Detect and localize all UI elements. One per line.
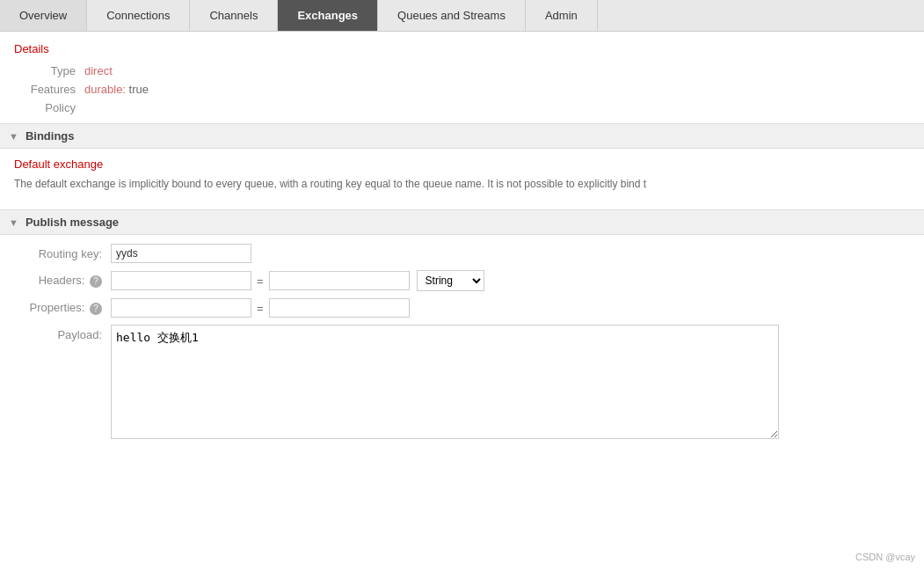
headers-val-input[interactable] bbox=[269, 271, 410, 290]
properties-row: Properties: ? = bbox=[14, 298, 910, 318]
main-content: Details Type direct Features durable: tr… bbox=[0, 32, 924, 465]
headers-label: Headers: ? bbox=[14, 274, 111, 288]
tab-overview[interactable]: Overview bbox=[0, 0, 87, 31]
bindings-section-header[interactable]: ▼ Bindings bbox=[0, 123, 924, 149]
payload-textarea[interactable]: hello 交换机1 bbox=[111, 325, 779, 439]
publish-arrow-icon: ▼ bbox=[9, 217, 18, 228]
routing-key-label: Routing key: bbox=[14, 247, 111, 260]
publish-body: Routing key: Headers: ? = String Number … bbox=[14, 235, 910, 455]
properties-key-input[interactable] bbox=[111, 298, 251, 318]
headers-row: Headers: ? = String Number Boolean bbox=[14, 270, 910, 291]
tab-admin[interactable]: Admin bbox=[526, 0, 598, 31]
features-label: Features bbox=[14, 83, 84, 96]
headers-key-input[interactable] bbox=[111, 271, 251, 290]
bindings-body: Default exchange The default exchange is… bbox=[14, 149, 910, 209]
details-title: Details bbox=[14, 42, 910, 55]
features-val-text: true bbox=[129, 83, 149, 96]
tab-queues-streams[interactable]: Queues and Streams bbox=[378, 0, 526, 31]
type-value: direct bbox=[84, 64, 113, 77]
properties-label: Properties: ? bbox=[14, 301, 111, 315]
bindings-title: Bindings bbox=[25, 129, 75, 143]
nav-tabs: Overview Connections Channels Exchanges … bbox=[0, 0, 924, 32]
headers-help-icon[interactable]: ? bbox=[90, 275, 102, 288]
policy-label: Policy bbox=[14, 101, 84, 114]
bindings-arrow-icon: ▼ bbox=[9, 131, 18, 142]
tab-connections[interactable]: Connections bbox=[87, 0, 190, 31]
type-row: Type direct bbox=[14, 64, 910, 77]
publish-title: Publish message bbox=[25, 216, 119, 229]
policy-row: Policy bbox=[14, 101, 910, 114]
payload-row: Payload: hello 交换机1 bbox=[14, 325, 910, 439]
features-row: Features durable: true bbox=[14, 83, 910, 96]
properties-help-icon[interactable]: ? bbox=[90, 303, 102, 315]
binding-note: The default exchange is implicitly bound… bbox=[14, 176, 910, 192]
routing-key-row: Routing key: bbox=[14, 244, 910, 263]
features-key: durable: bbox=[84, 83, 126, 96]
details-table: Type direct Features durable: true Polic… bbox=[14, 64, 910, 114]
type-label: Type bbox=[14, 64, 84, 77]
publish-section-header[interactable]: ▼ Publish message bbox=[0, 209, 924, 235]
features-value: durable: true bbox=[84, 83, 149, 96]
default-exchange-label: Default exchange bbox=[14, 157, 910, 171]
payload-label: Payload: bbox=[14, 325, 111, 341]
properties-eq-sign: = bbox=[257, 302, 264, 315]
routing-key-input[interactable] bbox=[111, 244, 251, 263]
tab-channels[interactable]: Channels bbox=[190, 0, 278, 31]
tab-exchanges[interactable]: Exchanges bbox=[278, 0, 378, 31]
headers-type-select[interactable]: String Number Boolean bbox=[417, 270, 484, 291]
headers-eq-sign: = bbox=[257, 275, 264, 288]
properties-val-input[interactable] bbox=[269, 298, 410, 318]
